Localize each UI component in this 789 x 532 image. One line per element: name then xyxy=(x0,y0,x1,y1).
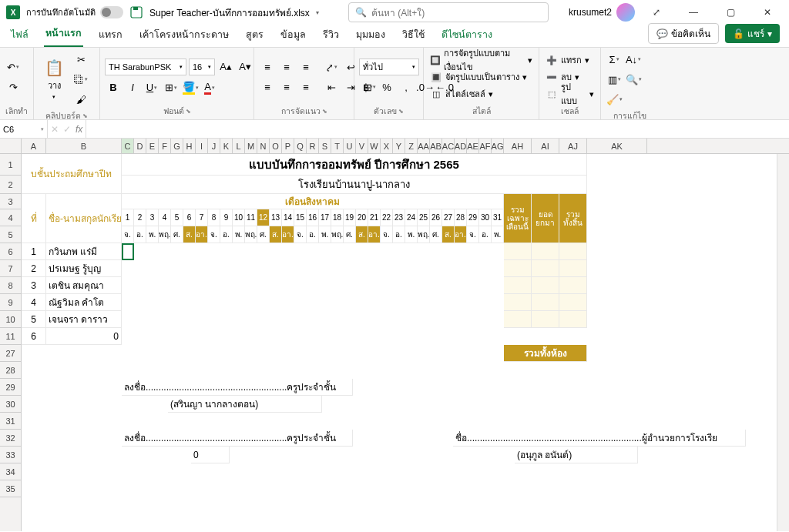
align-bottom[interactable]: ≡ xyxy=(297,59,314,75)
sum-cell[interactable] xyxy=(504,243,532,260)
align-left[interactable]: ≡ xyxy=(259,79,276,95)
row-header-27[interactable]: 27 xyxy=(0,345,21,362)
dow-17[interactable]: พฤ. xyxy=(331,226,344,243)
col-header-C[interactable]: C xyxy=(122,139,134,153)
col-header-J[interactable]: J xyxy=(208,139,220,153)
comma[interactable]: , xyxy=(398,79,415,95)
day-25[interactable]: 25 xyxy=(418,209,430,226)
sum-cell[interactable] xyxy=(504,294,532,311)
total-room[interactable]: รวมทั้งห้อง xyxy=(504,345,587,362)
dow-28[interactable]: จ. xyxy=(467,226,479,243)
col-header-AD[interactable]: AD xyxy=(455,139,467,153)
increase-font-button[interactable]: A▴ xyxy=(217,59,234,75)
principal-name[interactable]: (อนุกูล อนันต์) xyxy=(515,447,638,463)
dow-15[interactable]: อ. xyxy=(307,226,319,243)
dow-8[interactable]: อ. xyxy=(220,226,233,243)
student-num[interactable]: 2 xyxy=(22,260,46,277)
font-size-dropdown[interactable]: 16▾ xyxy=(189,59,215,75)
day-5[interactable]: 5 xyxy=(171,209,183,226)
student-name[interactable]: เตชิน สมคุณา xyxy=(46,277,122,294)
decrease-font-button[interactable]: A▾ xyxy=(237,59,253,75)
sum-cell[interactable] xyxy=(504,260,532,277)
currency[interactable]: ฿ xyxy=(359,79,376,95)
sort-filter[interactable]: A↓ xyxy=(625,51,642,68)
dow-5[interactable]: ส. xyxy=(183,226,196,243)
col-header-A[interactable]: A xyxy=(22,139,46,153)
col-header-K[interactable]: K xyxy=(220,139,233,153)
dow-1[interactable]: อ. xyxy=(134,226,146,243)
tab-view[interactable]: มุมมอง xyxy=(354,22,387,47)
row-header-31[interactable]: 31 xyxy=(0,413,21,430)
confirm-fx-icon[interactable]: ✓ xyxy=(63,124,71,135)
day-22[interactable]: 22 xyxy=(381,209,393,226)
dow-7[interactable]: จ. xyxy=(208,226,220,243)
day-29[interactable]: 29 xyxy=(467,209,479,226)
dow-16[interactable]: พ. xyxy=(319,226,331,243)
day-20[interactable]: 20 xyxy=(356,209,368,226)
row-header-34[interactable]: 34 xyxy=(0,463,21,480)
indent-dec[interactable]: ⇤ xyxy=(323,79,340,95)
day-9[interactable]: 9 xyxy=(220,209,233,226)
sum-cell[interactable] xyxy=(532,277,559,294)
dow-10[interactable]: พฤ. xyxy=(245,226,257,243)
font-color-button[interactable]: A xyxy=(201,79,218,96)
student-num[interactable]: 4 xyxy=(22,294,46,311)
font-name-dropdown[interactable]: TH SarabunPSK▾ xyxy=(105,59,186,75)
dow-4[interactable]: ศ. xyxy=(171,226,183,243)
ribbon-mode-icon[interactable]: ⤢ xyxy=(641,2,672,23)
col-header-AA[interactable]: AA xyxy=(418,139,430,153)
dow-30[interactable]: พ. xyxy=(492,226,504,243)
tab-help[interactable]: วิธีใช้ xyxy=(401,22,426,47)
day-13[interactable]: 13 xyxy=(270,209,282,226)
day-7[interactable]: 7 xyxy=(196,209,208,226)
formula-input[interactable] xyxy=(86,120,789,138)
sum-cell[interactable] xyxy=(504,277,532,294)
col-header-AH[interactable]: AH xyxy=(504,139,532,153)
sum-header-1[interactable]: ยอดยกมา xyxy=(532,194,559,243)
student-num[interactable]: 1 xyxy=(22,243,46,260)
align-center[interactable]: ≡ xyxy=(278,79,295,95)
dialog-launcher-icon[interactable]: ⬊ xyxy=(322,108,327,115)
tab-home[interactable]: หน้าแรก xyxy=(44,21,83,47)
day-31[interactable]: 31 xyxy=(492,209,504,226)
dow-9[interactable]: พ. xyxy=(233,226,245,243)
row-header-29[interactable]: 29 xyxy=(0,379,21,396)
col-header-W[interactable]: W xyxy=(368,139,381,153)
cells-area[interactable]: แบบบันทึกการออมทรัพย์ ปีการศึกษา 2565บชั… xyxy=(22,154,789,531)
tab-insert[interactable]: แทรก xyxy=(97,22,124,47)
clear[interactable]: 🧹 xyxy=(606,91,623,108)
italic-button[interactable]: I xyxy=(124,79,141,96)
row-header-35[interactable]: 35 xyxy=(0,480,21,497)
cond-format[interactable]: 🔲การจัดรูปแบบตามเงื่อนไข ▾ xyxy=(428,52,534,68)
align-top[interactable]: ≡ xyxy=(259,59,276,75)
day-12[interactable]: 12 xyxy=(257,209,270,226)
col-header-AI[interactable]: AI xyxy=(532,139,559,153)
row-header-30[interactable]: 30 xyxy=(0,396,21,413)
fx-icon[interactable]: fx xyxy=(76,124,82,135)
sum-header-0[interactable]: รวมเฉพาะเดือนนี้ xyxy=(504,194,532,243)
day-15[interactable]: 15 xyxy=(294,209,307,226)
row-header-11[interactable]: 11 xyxy=(0,328,21,345)
dow-23[interactable]: พ. xyxy=(405,226,418,243)
student-name[interactable]: กวินภพ แร่มี xyxy=(46,243,122,260)
dow-18[interactable]: ศ. xyxy=(344,226,356,243)
zero[interactable]: 0 xyxy=(191,447,230,463)
dow-11[interactable]: ศ. xyxy=(257,226,270,243)
day-27[interactable]: 27 xyxy=(442,209,455,226)
month[interactable]: เดือนสิงหาคม xyxy=(122,194,504,209)
row-header-3[interactable]: 3 xyxy=(0,194,21,209)
row-headers[interactable]: 1234567891011272829303132333435 xyxy=(0,154,22,531)
day-14[interactable]: 14 xyxy=(282,209,294,226)
day-18[interactable]: 18 xyxy=(331,209,344,226)
sum-cell[interactable] xyxy=(559,277,587,294)
tab-file[interactable]: ไฟล์ xyxy=(9,22,30,47)
cut-button[interactable]: ✂ xyxy=(72,51,89,68)
selected-cell[interactable] xyxy=(122,243,134,260)
col-header-AC[interactable]: AC xyxy=(442,139,455,153)
dow-22[interactable]: อ. xyxy=(393,226,405,243)
col-header-O[interactable]: O xyxy=(270,139,282,153)
day-30[interactable]: 30 xyxy=(479,209,492,226)
day-17[interactable]: 17 xyxy=(319,209,331,226)
day-8[interactable]: 8 xyxy=(208,209,220,226)
border-button[interactable]: ⊞ xyxy=(163,79,180,96)
